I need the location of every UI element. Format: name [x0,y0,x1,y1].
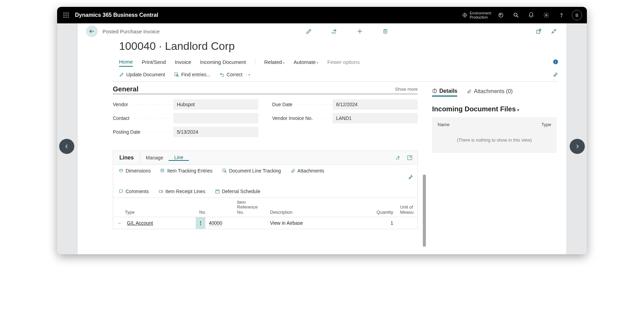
svg-point-3 [64,15,65,16]
search-icon[interactable] [508,8,524,23]
label-vendor-invoice-no: Vendor Invoice No. [272,115,333,121]
lines-tab-manage[interactable]: Manage [140,155,169,160]
label-posting-date: Posting Date [113,129,173,135]
action-comments[interactable]: Comments [119,189,149,194]
filecol-type[interactable]: Type [541,122,551,127]
svg-line-26 [551,32,553,34]
svg-point-1 [66,13,67,14]
svg-rect-28 [175,73,178,76]
row-selector-icon[interactable]: → [113,220,124,226]
cell-description[interactable]: View in Airbase [267,220,367,226]
cell-quantity[interactable]: 1 [367,220,397,226]
col-quantity[interactable]: Quantity [367,200,397,215]
lines-title: Lines [113,151,140,164]
pencil-icon [119,72,124,77]
col-uom[interactable]: Unit of Measu [397,200,417,215]
lines-pin-icon[interactable] [408,174,413,180]
prev-record-button[interactable] [59,139,74,154]
menu-automate[interactable]: Automate [293,58,318,66]
lines-share-icon[interactable] [395,155,401,160]
show-more-link[interactable]: Show more [395,87,418,92]
lines-tab-line[interactable]: Line [169,155,189,161]
tab-home[interactable]: Home [119,57,133,67]
app-launcher[interactable] [59,8,73,22]
svg-line-13 [517,16,518,18]
svg-point-5 [68,15,69,16]
action-find-entries[interactable]: Find entries... [174,72,211,77]
tab-attachments[interactable]: Attachments (0) [467,88,513,96]
svg-point-7 [66,17,67,18]
svg-point-8 [68,17,69,18]
incoming-files-heading[interactable]: Incoming Document Files [432,105,557,113]
svg-point-14 [546,14,547,16]
section-general-title: General [113,85,138,93]
tab-print-send[interactable]: Print/Send [142,58,166,66]
row-context-menu[interactable]: ⋮ [196,217,205,229]
field-vendor[interactable] [173,99,258,110]
action-deferral-schedule[interactable]: Deferral Schedule [215,189,260,194]
copilot-icon[interactable] [493,8,508,23]
next-record-button[interactable] [570,139,585,154]
action-line-attachments[interactable]: Attachments [291,168,324,174]
tracking-icon [160,168,165,173]
user-avatar[interactable]: B [572,10,582,20]
schedule-icon [215,189,220,194]
settings-icon[interactable] [539,8,554,23]
lines-expand-icon[interactable] [407,155,412,160]
env-value: Production [470,15,492,19]
col-item-ref[interactable]: Item Reference No. [234,200,267,215]
find-icon [174,72,179,77]
notifications-icon[interactable] [524,8,539,23]
svg-rect-41 [215,190,219,193]
svg-rect-34 [161,169,164,172]
col-no[interactable]: No. [196,200,234,215]
col-description[interactable]: Description [267,200,367,215]
tab-details[interactable]: Details [432,88,457,97]
dimensions-icon [119,168,124,173]
document-title: 100040 · Landlord Corp [78,38,566,56]
action-item-receipt-lines[interactable]: Item Receipt Lines [159,189,205,194]
svg-rect-20 [384,30,387,33]
fewer-options[interactable]: Fewer options [327,58,359,66]
svg-point-2 [68,13,69,14]
table-row[interactable]: → G/L Account ⋮ 40000 View in Airbase 1 [113,217,417,229]
cell-type[interactable]: G/L Account [124,220,196,226]
tab-incoming-document[interactable]: Incoming Document [200,58,246,66]
env-label: Environment: [470,11,492,15]
pin-icon[interactable] [552,72,558,77]
label-due-date: Due Date [272,102,333,107]
action-dimensions[interactable]: Dimensions [119,168,151,174]
undo-icon [219,72,225,77]
field-posting-date[interactable] [173,127,258,137]
action-item-tracking[interactable]: Item Tracking Entries [160,168,213,174]
field-due-date[interactable] [333,99,418,110]
tab-invoice[interactable]: Invoice [175,58,191,66]
collapse-icon[interactable] [550,27,558,35]
svg-point-12 [514,13,517,16]
new-icon[interactable] [356,27,364,35]
back-button[interactable] [86,25,98,37]
delete-icon[interactable] [381,27,389,35]
paperclip-icon [291,168,296,173]
filecol-name[interactable]: Name [438,122,541,127]
col-type[interactable]: Type [113,200,196,215]
menu-related[interactable]: Related [264,58,285,66]
action-correct[interactable]: Correct [219,72,250,77]
action-update-document[interactable]: Update Document [119,72,165,77]
divider [255,58,255,65]
svg-point-4 [66,15,67,16]
help-icon[interactable] [554,8,569,23]
edit-icon[interactable] [305,27,313,35]
scrollbar-thumb[interactable] [423,175,426,247]
field-contact[interactable] [173,113,258,123]
cell-no[interactable]: 40000 [205,220,234,226]
action-doc-line-tracking[interactable]: Document Line Tracking [222,168,281,174]
environment-picker[interactable]: Environment: Production [462,11,492,19]
files-empty-text: (There is nothing to show in this view) [438,137,551,143]
field-vendor-invoice-no[interactable] [333,113,418,123]
share-icon[interactable] [330,27,339,35]
info-badge[interactable]: i [553,59,558,64]
svg-rect-37 [223,169,225,172]
popout-icon[interactable] [535,27,543,35]
svg-point-11 [500,14,501,15]
